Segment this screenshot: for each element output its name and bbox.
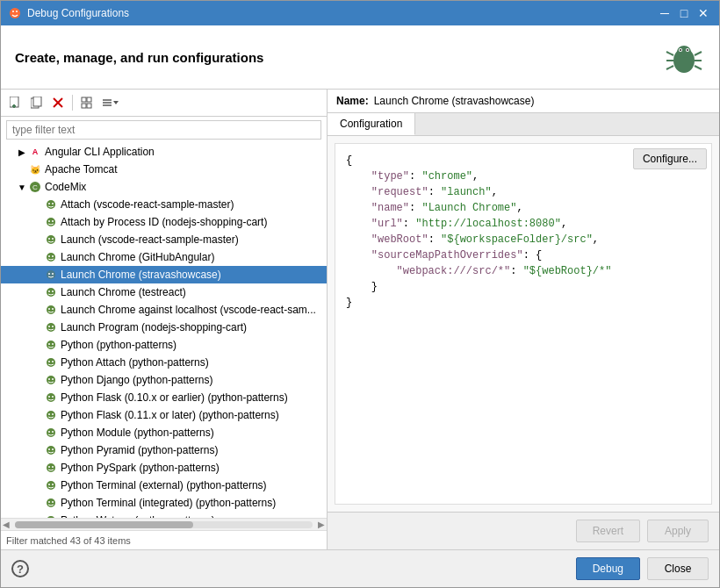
tree-item-launch-angular[interactable]: Launch Chrome (GitHubAngular) [1, 248, 327, 266]
tree-label-python-terminal-ext: Python Terminal (external) (python-patte… [61, 479, 267, 491]
debug-item-icon-python-module [45, 427, 57, 439]
bottom-right-buttons: Debug Close [576, 557, 709, 580]
svg-rect-22 [82, 97, 86, 102]
debug-item-icon-launch-against [45, 304, 57, 316]
tree-item-python-terminal-ext[interactable]: Python Terminal (external) (python-patte… [1, 477, 327, 494]
tree-label-launch-strava: Launch Chrome (stravashowcase) [61, 269, 221, 281]
tomcat-icon: 🐱 [29, 163, 41, 176]
svg-point-63 [48, 378, 50, 380]
json-editor[interactable]: { "type": "chrome", "request": "launch",… [335, 143, 712, 505]
config-name-value: Launch Chrome (stravashowcase) [374, 95, 535, 107]
svg-point-46 [52, 273, 54, 275]
duplicate-config-button[interactable] [27, 93, 47, 112]
tree-item-codemix[interactable]: ▼ C CodeMix [1, 178, 327, 196]
more-options-button[interactable] [98, 93, 123, 112]
h-scroll-thumb [15, 521, 193, 528]
tree-item-launch-against[interactable]: Launch Chrome against localhost (vscode-… [1, 301, 327, 319]
tree-label-launch-angular: Launch Chrome (GitHubAngular) [61, 251, 214, 263]
svg-point-33 [48, 203, 50, 204]
configure-button[interactable]: Configure... [633, 148, 707, 169]
tree-item-python-watson[interactable]: Python Watson (python-patterns) [1, 512, 327, 518]
maximize-button[interactable]: □ [675, 4, 693, 22]
svg-point-51 [48, 308, 50, 310]
svg-rect-24 [82, 104, 86, 108]
filter-input[interactable] [6, 120, 321, 140]
close-button[interactable]: Close [647, 557, 709, 580]
bottom-actions: ? Debug Close [1, 549, 719, 587]
tree-label-attach: Attach (vscode-react-sample-master) [61, 198, 234, 211]
tree-label-python-attach: Python Attach (python-patterns) [61, 356, 209, 369]
svg-rect-19 [33, 97, 41, 106]
help-button[interactable]: ? [11, 560, 29, 577]
debug-item-icon-python-flask-old [45, 391, 57, 404]
tree-item-python-flask-old[interactable]: Python Flask (0.10.x or earlier) (python… [1, 389, 327, 406]
config-area: { "type": "chrome", "request": "launch",… [328, 136, 719, 512]
h-scroll-track[interactable] [15, 521, 313, 528]
filter-status-text: Filter matched 43 of 43 items [6, 535, 131, 546]
tree-item-tomcat[interactable]: 🐱 Apache Tomcat [1, 161, 327, 178]
expand-arrow-tomcat [17, 164, 27, 175]
tree-item-python-attach[interactable]: Python Attach (python-patterns) [1, 354, 327, 371]
tree-label-launch-against: Launch Chrome against localhost (vscode-… [61, 304, 316, 316]
horizontal-scrollbar[interactable]: ◀ ▶ [1, 518, 327, 530]
svg-point-42 [48, 255, 50, 257]
left-panel: ▶ A Angular CLI Application 🐱 Apache Tom… [1, 90, 328, 549]
svg-point-81 [48, 484, 50, 485]
tree-item-python-django[interactable]: Python Django (python-patterns) [1, 371, 327, 389]
svg-point-43 [52, 255, 54, 257]
svg-point-49 [52, 290, 54, 292]
tree-item-python-pyspark[interactable]: Python PySpark (python-patterns) [1, 459, 327, 477]
name-label: Name: [336, 95, 369, 107]
debug-item-icon-python-flask-new [45, 409, 57, 421]
tree-item-python-terminal-int[interactable]: Python Terminal (integrated) (python-pat… [1, 494, 327, 512]
config-tree[interactable]: ▶ A Angular CLI Application 🐱 Apache Tom… [1, 143, 327, 518]
tree-item-python-flask-new[interactable]: Python Flask (0.11.x or later) (python-p… [1, 406, 327, 424]
svg-line-10 [695, 66, 702, 69]
debug-item-icon-python-terminal-ext [45, 479, 57, 491]
tree-item-attach[interactable]: Attach (vscode-react-sample-master) [1, 196, 327, 213]
codemix-icon: C [29, 181, 41, 193]
name-bar: Name: Launch Chrome (stravashowcase) [328, 90, 719, 113]
svg-point-75 [48, 448, 50, 450]
window-controls: ─ □ ✕ [656, 4, 712, 22]
svg-point-73 [52, 431, 54, 433]
tree-item-launch-program[interactable]: Launch Program (nodejs-shopping-cart) [1, 319, 327, 336]
scroll-left-btn[interactable]: ◀ [1, 520, 11, 529]
delete-config-button[interactable] [48, 93, 68, 112]
angular-icon: A [29, 146, 41, 158]
svg-line-8 [695, 52, 702, 55]
svg-point-39 [48, 238, 50, 240]
apply-button[interactable]: Apply [647, 520, 709, 542]
revert-button[interactable]: Revert [576, 520, 640, 542]
svg-point-82 [52, 484, 54, 485]
tree-item-launch-vscode[interactable]: Launch (vscode-react-sample-master) [1, 231, 327, 248]
svg-point-36 [48, 220, 50, 222]
title-bar: Debug Configurations ─ □ ✕ [1, 1, 719, 25]
debug-item-icon-python-attach [45, 356, 57, 369]
new-config-button[interactable] [6, 93, 25, 112]
scroll-right-btn[interactable]: ▶ [316, 520, 327, 529]
svg-point-69 [48, 413, 50, 415]
debug-item-icon-python [45, 339, 57, 351]
svg-point-66 [48, 396, 50, 398]
debug-button[interactable]: Debug [576, 557, 640, 580]
close-window-button[interactable]: ✕ [695, 4, 712, 22]
collapse-all-button[interactable] [77, 93, 97, 112]
svg-line-7 [666, 66, 673, 69]
tree-label-angular: Angular CLI Application [45, 146, 155, 158]
tab-configuration[interactable]: Configuration [328, 113, 415, 135]
svg-point-76 [52, 448, 54, 450]
tab-bar: Configuration [328, 113, 719, 136]
tree-item-launch-test[interactable]: Launch Chrome (testreact) [1, 283, 327, 301]
svg-point-48 [48, 290, 50, 292]
tree-item-python-pyramid[interactable]: Python Pyramid (python-patterns) [1, 441, 327, 459]
toolbar-separator-1 [72, 95, 73, 111]
tree-item-angular[interactable]: ▶ A Angular CLI Application [1, 143, 327, 161]
tree-item-python-module[interactable]: Python Module (python-patterns) [1, 424, 327, 441]
tree-item-attach-pid[interactable]: Attach by Process ID (nodejs-shopping-ca… [1, 213, 327, 231]
tree-item-launch-strava[interactable]: Launch Chrome (stravashowcase) [1, 266, 327, 283]
minimize-button[interactable]: ─ [656, 4, 673, 22]
svg-text:C: C [32, 183, 38, 191]
tree-item-python-patterns[interactable]: Python (python-patterns) [1, 336, 327, 354]
tree-label-codemix: CodeMix [45, 181, 86, 193]
